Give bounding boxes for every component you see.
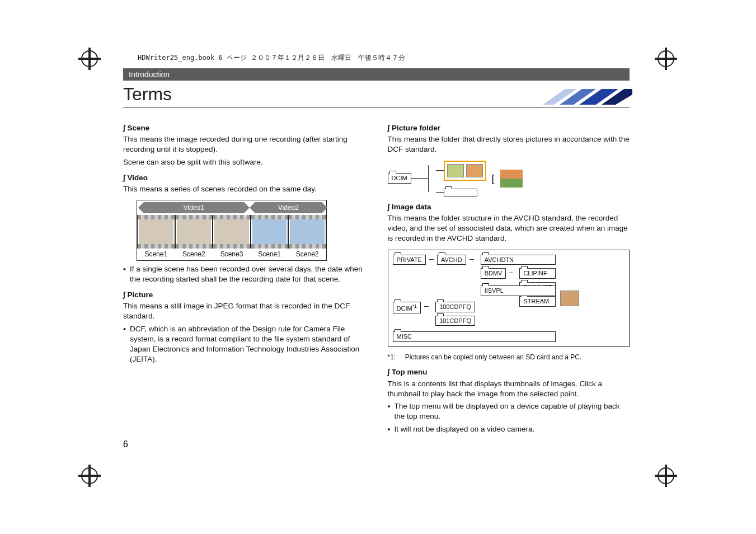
- picture-note: DCF, which is an abbreviation of the Des…: [123, 324, 365, 365]
- title-rule: [123, 107, 630, 107]
- svg-rect-12: [78, 475, 101, 477]
- term-scene: ∫ Scene: [123, 123, 365, 133]
- top-menu-body: This is a contents list that displays th…: [388, 379, 630, 399]
- footnote-label: *1:: [388, 353, 403, 362]
- image-data-body: This means the folder structure in the A…: [388, 213, 630, 244]
- folder-private: PRIVATE: [393, 255, 426, 265]
- video-diagram: Video1 Video2 Scene1 Scene2 Scene3 Scene…: [137, 200, 327, 260]
- svg-rect-2: [78, 58, 101, 60]
- term-picture-folder: ∫ Picture folder: [388, 123, 630, 133]
- folder-dcim-2: DCIM*1: [393, 302, 421, 314]
- term-picture-label: Picture: [127, 291, 153, 299]
- title-decoration: [543, 89, 632, 105]
- right-column: ∫ Picture folder This means the folder t…: [388, 118, 630, 437]
- page-title: Terms: [123, 84, 543, 105]
- picture-body: This means a still image in JPEG format …: [123, 301, 365, 321]
- term-top-menu-label: Top menu: [392, 368, 428, 376]
- image-data-diagram: PRIVATE AVCHD AVCHDTN BDMV CLIPINF: [388, 250, 630, 348]
- video-body: This means a series of scenes recorded o…: [123, 184, 365, 194]
- term-image-data: ∫ Image data: [388, 202, 630, 212]
- svg-rect-15: [655, 475, 677, 477]
- folder-101cdpfq: 101CDPFQ: [435, 316, 475, 326]
- scene-label-4: Scene1: [251, 250, 289, 259]
- image-data-thumbnail: [560, 291, 579, 306]
- highlighted-folder: [444, 161, 486, 181]
- left-column: ∫ Scene This means the image recorded du…: [123, 118, 365, 437]
- reg-mark-top-right: [655, 48, 677, 70]
- reg-mark-top-left: [78, 48, 101, 70]
- svg-rect-5: [655, 58, 677, 60]
- header-metadata: HDWriter25_eng.book 6 ページ ２００７年１２月２６日 水曜…: [138, 53, 632, 63]
- scene-body-2: Scene can also be split with this softwa…: [123, 157, 365, 167]
- folder-dcim: DCIM: [388, 173, 411, 184]
- video1-label: Video1: [144, 202, 243, 213]
- scene-label-2: Scene2: [175, 250, 213, 259]
- video2-label: Video2: [255, 202, 322, 213]
- footnote: *1: Pictures can be copied only between …: [388, 353, 630, 362]
- folder-avchdtn: AVCHDTN: [481, 255, 556, 265]
- section-label: Introduction: [123, 68, 630, 81]
- top-menu-bullet-2: It will not be displayed on a video came…: [388, 424, 630, 434]
- folder-misc: MISC: [393, 331, 556, 342]
- picture-folder-diagram: DCIM [: [388, 161, 630, 196]
- footnote-text: Pictures can be copied only between an S…: [405, 353, 630, 362]
- scene-label-5: Scene2: [288, 250, 326, 259]
- page-number: 6: [123, 439, 128, 449]
- folder-clipinf: CLIPINF: [519, 268, 556, 279]
- scene-body-1: This means the image recorded during one…: [123, 134, 365, 154]
- dcim-footnote-marker: *1: [412, 303, 417, 309]
- top-menu-bullet-1: The top menu will be displayed on a devi…: [388, 401, 630, 421]
- picture-thumbnail: [500, 170, 523, 188]
- folder-bdmv: BDMV: [481, 268, 506, 279]
- folder-stream: STREAM: [519, 296, 556, 307]
- picture-folder-body: This means the folder that directly stor…: [388, 134, 630, 154]
- term-video-label: Video: [127, 174, 148, 182]
- reg-mark-bottom-left: [78, 465, 101, 487]
- term-scene-label: Scene: [127, 124, 149, 132]
- term-video: ∫ Video: [123, 173, 365, 183]
- term-picture-folder-label: Picture folder: [392, 124, 440, 132]
- scene-label-3: Scene3: [213, 250, 251, 259]
- video-note: If a single scene has been recorded over…: [123, 264, 365, 284]
- folder-100cdpfq: 100CDPFQ: [435, 302, 475, 312]
- term-top-menu: ∫ Top menu: [388, 367, 630, 377]
- term-picture: ∫ Picture: [123, 290, 365, 300]
- reg-mark-bottom-right: [655, 465, 677, 487]
- folder-iisvpl: IISVPL: [481, 285, 556, 296]
- term-image-data-label: Image data: [392, 203, 431, 211]
- scene-label-1: Scene1: [137, 250, 175, 259]
- folder-avchd: AVCHD: [437, 255, 466, 265]
